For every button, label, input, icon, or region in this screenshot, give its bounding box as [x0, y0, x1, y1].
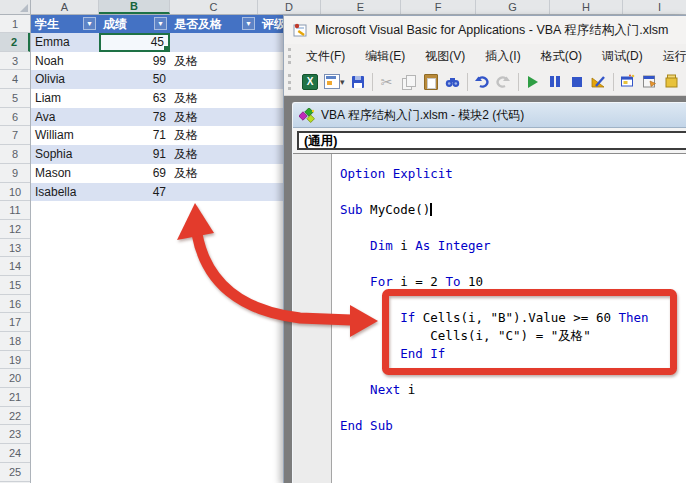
- cell-C9[interactable]: 及格: [170, 164, 258, 183]
- menu-item-文件F[interactable]: 文件(F): [296, 44, 355, 68]
- cell-C8[interactable]: 及格: [170, 145, 258, 164]
- cell-B6[interactable]: 78: [99, 108, 170, 127]
- menu-item-格式O[interactable]: 格式(O): [531, 44, 592, 68]
- filter-dropdown-icon[interactable]: ▼: [83, 17, 96, 30]
- code-window-combo-row: (通用): [293, 128, 686, 154]
- cell-C3[interactable]: 及格: [170, 52, 258, 71]
- insert-userform-button[interactable]: [321, 71, 343, 93]
- row-header-24[interactable]: 24: [0, 444, 30, 463]
- filter-dropdown-icon[interactable]: ▼: [242, 17, 255, 30]
- row-header-19[interactable]: 19: [0, 351, 30, 370]
- paste-icon: [424, 74, 438, 90]
- cell-B10[interactable]: 47: [99, 183, 170, 202]
- row-header-6[interactable]: 6: [0, 108, 30, 127]
- table-header-B[interactable]: 成绩▼: [99, 15, 170, 33]
- table-header-A[interactable]: 学生▼: [31, 15, 99, 33]
- menubar-drag-handle[interactable]: [288, 48, 291, 64]
- object-browser-button[interactable]: [661, 71, 683, 93]
- row-header-17[interactable]: 17: [0, 313, 30, 332]
- row-header-13[interactable]: 13: [0, 239, 30, 258]
- column-headers: ABCDEFGHI: [31, 0, 686, 15]
- cell-A9[interactable]: Mason: [31, 164, 99, 183]
- filter-dropdown-icon[interactable]: ▼: [154, 17, 167, 30]
- cell-A10[interactable]: Isabella: [31, 183, 99, 202]
- row-header-22[interactable]: 22: [0, 407, 30, 426]
- column-header-D[interactable]: D: [258, 0, 321, 14]
- view-excel-button[interactable]: X: [299, 71, 321, 93]
- toolbar-drag-handle[interactable]: [288, 74, 294, 90]
- find-button[interactable]: [442, 71, 464, 93]
- menu-item-调试D[interactable]: 调试(D): [592, 44, 653, 68]
- copy-button[interactable]: [398, 71, 420, 93]
- row-header-15[interactable]: 15: [0, 276, 30, 295]
- menu-item-视图V[interactable]: 视图(V): [415, 44, 475, 68]
- table-header-C[interactable]: 是否及格▼: [170, 15, 258, 33]
- save-button[interactable]: [347, 71, 369, 93]
- cut-button[interactable]: ✂: [376, 71, 398, 93]
- column-header-H[interactable]: H: [550, 0, 623, 14]
- menu-item-运行R[interactable]: 运行(R): [653, 44, 686, 68]
- column-header-C[interactable]: C: [170, 0, 258, 14]
- project-explorer-button[interactable]: [617, 71, 639, 93]
- row-header-18[interactable]: 18: [0, 332, 30, 351]
- row-header-1[interactable]: 1: [0, 15, 30, 33]
- cell-A4[interactable]: Olivia: [31, 70, 99, 89]
- cell-B4[interactable]: 50: [99, 70, 170, 89]
- run-button[interactable]: [522, 71, 544, 93]
- cell-B8[interactable]: 91: [99, 145, 170, 164]
- cell-A8[interactable]: Sophia: [31, 145, 99, 164]
- column-header-E[interactable]: E: [321, 0, 401, 14]
- code-editor[interactable]: Option ExplicitSub MyCode() Dim i As Int…: [293, 154, 686, 483]
- mdi-background: VBA 程序结构入门.xlsm - 模块2 (代码) (通用) Option E…: [284, 96, 686, 483]
- row-header-8[interactable]: 8: [0, 145, 30, 164]
- row-header-14[interactable]: 14: [0, 257, 30, 276]
- row-header-2[interactable]: 2: [0, 33, 30, 52]
- cell-B3[interactable]: 99: [99, 52, 170, 71]
- cell-C2[interactable]: [170, 33, 258, 52]
- row-header-10[interactable]: 10: [0, 183, 30, 202]
- cell-B7[interactable]: 71: [99, 126, 170, 145]
- reset-button[interactable]: [566, 71, 588, 93]
- break-button[interactable]: [544, 71, 566, 93]
- cell-A6[interactable]: Ava: [31, 108, 99, 127]
- row-header-23[interactable]: 23: [0, 425, 30, 444]
- redo-button[interactable]: [493, 71, 515, 93]
- row-header-16[interactable]: 16: [0, 295, 30, 314]
- cell-A5[interactable]: Liam: [31, 89, 99, 108]
- cell-C7[interactable]: 及格: [170, 126, 258, 145]
- row-header-5[interactable]: 5: [0, 89, 30, 108]
- cell-B2[interactable]: 45: [99, 33, 170, 52]
- row-header-7[interactable]: 7: [0, 126, 30, 145]
- cell-C6[interactable]: 及格: [170, 108, 258, 127]
- row-header-25[interactable]: 25: [0, 463, 30, 482]
- row-header-20[interactable]: 20: [0, 369, 30, 388]
- row-header-12[interactable]: 12: [0, 220, 30, 239]
- column-header-B[interactable]: B: [99, 0, 170, 14]
- row-header-3[interactable]: 3: [0, 52, 30, 71]
- cell-B5[interactable]: 63: [99, 89, 170, 108]
- column-header-F[interactable]: F: [401, 0, 476, 14]
- row-header-21[interactable]: 21: [0, 388, 30, 407]
- column-header-G[interactable]: G: [476, 0, 550, 14]
- cell-A7[interactable]: William: [31, 126, 99, 145]
- menu-item-编辑E[interactable]: 编辑(E): [355, 44, 415, 68]
- undo-button[interactable]: [471, 71, 493, 93]
- cell-B9[interactable]: 69: [99, 164, 170, 183]
- column-header-I[interactable]: I: [623, 0, 686, 14]
- object-dropdown[interactable]: (通用): [297, 131, 686, 150]
- cell-A2[interactable]: Emma: [31, 33, 99, 52]
- cell-C10[interactable]: [170, 183, 258, 202]
- properties-window-button[interactable]: [639, 71, 661, 93]
- row-header-11[interactable]: 11: [0, 201, 30, 220]
- fill-handle[interactable]: [163, 45, 170, 52]
- cell-A3[interactable]: Noah: [31, 52, 99, 71]
- column-header-A[interactable]: A: [31, 0, 99, 14]
- cell-C5[interactable]: 及格: [170, 89, 258, 108]
- paste-button[interactable]: [420, 71, 442, 93]
- select-all-corner[interactable]: [0, 0, 31, 15]
- row-header-9[interactable]: 9: [0, 164, 30, 183]
- row-header-4[interactable]: 4: [0, 70, 30, 89]
- design-mode-button[interactable]: [588, 71, 610, 93]
- menu-item-插入I[interactable]: 插入(I): [475, 44, 530, 68]
- cell-C4[interactable]: [170, 70, 258, 89]
